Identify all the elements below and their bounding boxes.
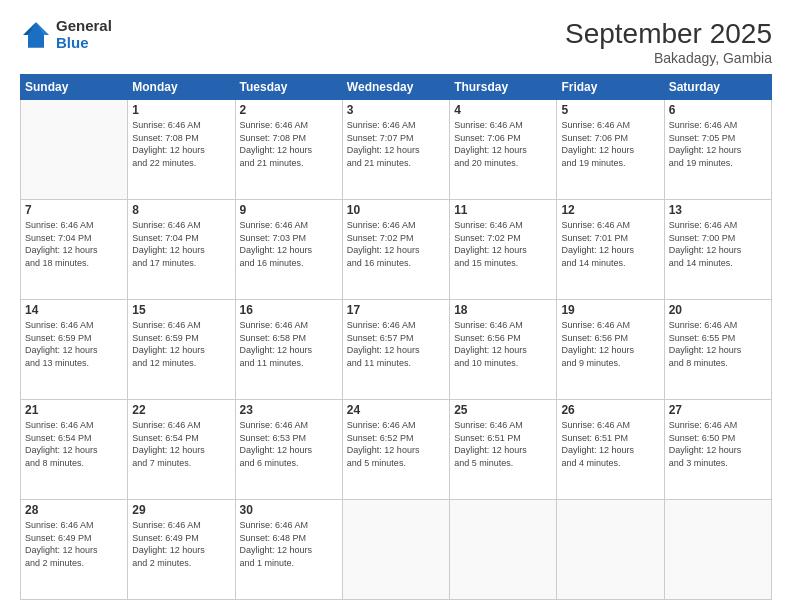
header-friday: Friday bbox=[557, 75, 664, 100]
location-subtitle: Bakadagy, Gambia bbox=[565, 50, 772, 66]
day-number: 3 bbox=[347, 103, 445, 117]
day-number: 11 bbox=[454, 203, 552, 217]
table-row: 7Sunrise: 6:46 AM Sunset: 7:04 PM Daylig… bbox=[21, 200, 128, 300]
day-number: 6 bbox=[669, 103, 767, 117]
logo-general: General bbox=[56, 18, 112, 35]
day-info: Sunrise: 6:46 AM Sunset: 7:06 PM Dayligh… bbox=[561, 119, 659, 169]
day-info: Sunrise: 6:46 AM Sunset: 6:52 PM Dayligh… bbox=[347, 419, 445, 469]
table-row: 29Sunrise: 6:46 AM Sunset: 6:49 PM Dayli… bbox=[128, 500, 235, 600]
table-row: 19Sunrise: 6:46 AM Sunset: 6:56 PM Dayli… bbox=[557, 300, 664, 400]
day-info: Sunrise: 6:46 AM Sunset: 6:56 PM Dayligh… bbox=[454, 319, 552, 369]
table-row: 17Sunrise: 6:46 AM Sunset: 6:57 PM Dayli… bbox=[342, 300, 449, 400]
table-row: 14Sunrise: 6:46 AM Sunset: 6:59 PM Dayli… bbox=[21, 300, 128, 400]
day-info: Sunrise: 6:46 AM Sunset: 6:51 PM Dayligh… bbox=[561, 419, 659, 469]
title-block: September 2025 Bakadagy, Gambia bbox=[565, 18, 772, 66]
day-number: 24 bbox=[347, 403, 445, 417]
table-row: 30Sunrise: 6:46 AM Sunset: 6:48 PM Dayli… bbox=[235, 500, 342, 600]
table-row: 21Sunrise: 6:46 AM Sunset: 6:54 PM Dayli… bbox=[21, 400, 128, 500]
day-info: Sunrise: 6:46 AM Sunset: 6:54 PM Dayligh… bbox=[132, 419, 230, 469]
table-row: 26Sunrise: 6:46 AM Sunset: 6:51 PM Dayli… bbox=[557, 400, 664, 500]
day-number: 14 bbox=[25, 303, 123, 317]
table-row: 20Sunrise: 6:46 AM Sunset: 6:55 PM Dayli… bbox=[664, 300, 771, 400]
day-info: Sunrise: 6:46 AM Sunset: 6:49 PM Dayligh… bbox=[25, 519, 123, 569]
day-info: Sunrise: 6:46 AM Sunset: 7:01 PM Dayligh… bbox=[561, 219, 659, 269]
table-row: 16Sunrise: 6:46 AM Sunset: 6:58 PM Dayli… bbox=[235, 300, 342, 400]
table-row: 28Sunrise: 6:46 AM Sunset: 6:49 PM Dayli… bbox=[21, 500, 128, 600]
day-number: 29 bbox=[132, 503, 230, 517]
day-info: Sunrise: 6:46 AM Sunset: 6:55 PM Dayligh… bbox=[669, 319, 767, 369]
day-info: Sunrise: 6:46 AM Sunset: 6:56 PM Dayligh… bbox=[561, 319, 659, 369]
header: General Blue September 2025 Bakadagy, Ga… bbox=[20, 18, 772, 66]
day-number: 1 bbox=[132, 103, 230, 117]
calendar-week-row: 28Sunrise: 6:46 AM Sunset: 6:49 PM Dayli… bbox=[21, 500, 772, 600]
table-row bbox=[557, 500, 664, 600]
table-row bbox=[342, 500, 449, 600]
header-saturday: Saturday bbox=[664, 75, 771, 100]
header-thursday: Thursday bbox=[450, 75, 557, 100]
calendar-week-row: 14Sunrise: 6:46 AM Sunset: 6:59 PM Dayli… bbox=[21, 300, 772, 400]
table-row bbox=[21, 100, 128, 200]
table-row bbox=[450, 500, 557, 600]
table-row: 10Sunrise: 6:46 AM Sunset: 7:02 PM Dayli… bbox=[342, 200, 449, 300]
table-row: 24Sunrise: 6:46 AM Sunset: 6:52 PM Dayli… bbox=[342, 400, 449, 500]
day-number: 23 bbox=[240, 403, 338, 417]
day-info: Sunrise: 6:46 AM Sunset: 6:51 PM Dayligh… bbox=[454, 419, 552, 469]
day-info: Sunrise: 6:46 AM Sunset: 7:07 PM Dayligh… bbox=[347, 119, 445, 169]
day-number: 5 bbox=[561, 103, 659, 117]
table-row: 9Sunrise: 6:46 AM Sunset: 7:03 PM Daylig… bbox=[235, 200, 342, 300]
table-row: 2Sunrise: 6:46 AM Sunset: 7:08 PM Daylig… bbox=[235, 100, 342, 200]
day-number: 15 bbox=[132, 303, 230, 317]
table-row: 18Sunrise: 6:46 AM Sunset: 6:56 PM Dayli… bbox=[450, 300, 557, 400]
day-number: 26 bbox=[561, 403, 659, 417]
day-info: Sunrise: 6:46 AM Sunset: 6:59 PM Dayligh… bbox=[25, 319, 123, 369]
day-number: 2 bbox=[240, 103, 338, 117]
logo-icon bbox=[20, 19, 52, 51]
table-row: 15Sunrise: 6:46 AM Sunset: 6:59 PM Dayli… bbox=[128, 300, 235, 400]
day-info: Sunrise: 6:46 AM Sunset: 6:50 PM Dayligh… bbox=[669, 419, 767, 469]
table-row: 6Sunrise: 6:46 AM Sunset: 7:05 PM Daylig… bbox=[664, 100, 771, 200]
day-number: 12 bbox=[561, 203, 659, 217]
table-row: 27Sunrise: 6:46 AM Sunset: 6:50 PM Dayli… bbox=[664, 400, 771, 500]
day-info: Sunrise: 6:46 AM Sunset: 6:58 PM Dayligh… bbox=[240, 319, 338, 369]
calendar-table: Sunday Monday Tuesday Wednesday Thursday… bbox=[20, 74, 772, 600]
day-number: 25 bbox=[454, 403, 552, 417]
day-info: Sunrise: 6:46 AM Sunset: 6:54 PM Dayligh… bbox=[25, 419, 123, 469]
page: General Blue September 2025 Bakadagy, Ga… bbox=[0, 0, 792, 612]
day-info: Sunrise: 6:46 AM Sunset: 6:57 PM Dayligh… bbox=[347, 319, 445, 369]
day-info: Sunrise: 6:46 AM Sunset: 7:05 PM Dayligh… bbox=[669, 119, 767, 169]
table-row: 12Sunrise: 6:46 AM Sunset: 7:01 PM Dayli… bbox=[557, 200, 664, 300]
day-number: 18 bbox=[454, 303, 552, 317]
header-monday: Monday bbox=[128, 75, 235, 100]
day-info: Sunrise: 6:46 AM Sunset: 6:53 PM Dayligh… bbox=[240, 419, 338, 469]
calendar-header-row: Sunday Monday Tuesday Wednesday Thursday… bbox=[21, 75, 772, 100]
table-row: 25Sunrise: 6:46 AM Sunset: 6:51 PM Dayli… bbox=[450, 400, 557, 500]
table-row: 5Sunrise: 6:46 AM Sunset: 7:06 PM Daylig… bbox=[557, 100, 664, 200]
logo-text: General Blue bbox=[56, 18, 112, 51]
day-number: 4 bbox=[454, 103, 552, 117]
day-number: 19 bbox=[561, 303, 659, 317]
day-info: Sunrise: 6:46 AM Sunset: 7:04 PM Dayligh… bbox=[25, 219, 123, 269]
day-number: 9 bbox=[240, 203, 338, 217]
table-row: 22Sunrise: 6:46 AM Sunset: 6:54 PM Dayli… bbox=[128, 400, 235, 500]
day-number: 21 bbox=[25, 403, 123, 417]
table-row: 3Sunrise: 6:46 AM Sunset: 7:07 PM Daylig… bbox=[342, 100, 449, 200]
table-row: 23Sunrise: 6:46 AM Sunset: 6:53 PM Dayli… bbox=[235, 400, 342, 500]
day-info: Sunrise: 6:46 AM Sunset: 6:49 PM Dayligh… bbox=[132, 519, 230, 569]
day-number: 13 bbox=[669, 203, 767, 217]
table-row: 8Sunrise: 6:46 AM Sunset: 7:04 PM Daylig… bbox=[128, 200, 235, 300]
logo: General Blue bbox=[20, 18, 112, 51]
day-number: 10 bbox=[347, 203, 445, 217]
day-number: 20 bbox=[669, 303, 767, 317]
header-tuesday: Tuesday bbox=[235, 75, 342, 100]
table-row: 4Sunrise: 6:46 AM Sunset: 7:06 PM Daylig… bbox=[450, 100, 557, 200]
day-info: Sunrise: 6:46 AM Sunset: 7:00 PM Dayligh… bbox=[669, 219, 767, 269]
day-info: Sunrise: 6:46 AM Sunset: 7:02 PM Dayligh… bbox=[347, 219, 445, 269]
day-number: 28 bbox=[25, 503, 123, 517]
day-info: Sunrise: 6:46 AM Sunset: 7:03 PM Dayligh… bbox=[240, 219, 338, 269]
day-info: Sunrise: 6:46 AM Sunset: 7:08 PM Dayligh… bbox=[132, 119, 230, 169]
calendar-week-row: 21Sunrise: 6:46 AM Sunset: 6:54 PM Dayli… bbox=[21, 400, 772, 500]
day-number: 30 bbox=[240, 503, 338, 517]
logo-blue: Blue bbox=[56, 35, 112, 52]
calendar-week-row: 1Sunrise: 6:46 AM Sunset: 7:08 PM Daylig… bbox=[21, 100, 772, 200]
day-number: 22 bbox=[132, 403, 230, 417]
